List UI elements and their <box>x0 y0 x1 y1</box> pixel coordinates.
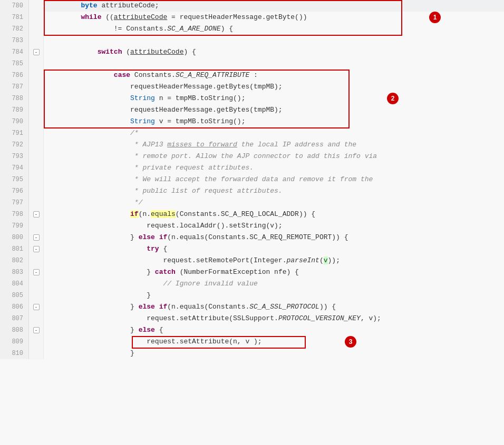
fold-icon[interactable]: - <box>33 304 40 310</box>
line-number: 785 <box>0 58 29 70</box>
gutter <box>29 348 44 359</box>
gutter <box>29 162 44 174</box>
gutter <box>29 185 44 197</box>
line-number: 790 <box>0 116 29 127</box>
badge-3: 3 <box>345 336 356 348</box>
code-content: request.localAddr().setString(v); <box>44 220 504 232</box>
code-content: requestHeaderMessage.getBytes(tmpMB); <box>44 104 504 116</box>
table-row: 790 String v = tmpMB.toString(); <box>0 116 504 127</box>
table-row: 789 requestHeaderMessage.getBytes(tmpMB)… <box>0 104 504 116</box>
table-row: 781 while ((attributeCode = requestHeade… <box>0 12 504 23</box>
code-content: // Ignore invalid value <box>44 278 504 290</box>
table-row: 799 request.localAddr().setString(v); <box>0 220 504 232</box>
code-content: byte attributeCode; <box>44 0 504 12</box>
gutter <box>29 290 44 301</box>
code-content: * remote port. Allow the AJP connector t… <box>44 151 504 162</box>
table-row: 803- } catch (NumberFormatException nfe)… <box>0 266 504 278</box>
line-number: 807 <box>0 313 29 324</box>
gutter <box>29 174 44 185</box>
code-content: != Constants.SC_A_ARE_DONE) { <box>44 23 504 35</box>
table-row: 783 <box>0 35 504 46</box>
line-number: 794 <box>0 162 29 174</box>
table-row: 805 } <box>0 290 504 301</box>
gutter <box>29 127 44 139</box>
gutter <box>29 151 44 162</box>
line-number: 783 <box>0 35 29 46</box>
table-row: 785 <box>0 58 504 70</box>
code-content: } else if(n.equals(Constants.SC_A_SSL_PR… <box>44 301 504 313</box>
gutter <box>29 35 44 46</box>
line-number: 789 <box>0 104 29 116</box>
code-content: request.setRemotePort(Integer.parseInt(v… <box>44 255 504 266</box>
fold-icon[interactable]: - <box>33 269 40 275</box>
gutter <box>29 278 44 290</box>
line-number: 810 <box>0 348 29 359</box>
table-row: 801- try { <box>0 243 504 255</box>
table-row: 780 byte attributeCode; <box>0 0 504 12</box>
fold-icon[interactable]: - <box>33 234 40 241</box>
code-content: * AJP13 misses to forward the local IP a… <box>44 139 504 151</box>
line-number: 793 <box>0 151 29 162</box>
line-number: 805 <box>0 290 29 301</box>
table-row: 795 * We will accept the forwarded data … <box>0 174 504 185</box>
line-number: 782 <box>0 23 29 35</box>
gutter <box>29 0 44 12</box>
gutter <box>29 23 44 35</box>
badge-2: 2 <box>387 93 399 104</box>
line-number: 791 <box>0 127 29 139</box>
code-content: if(n.equals(Constants.SC_A_REQ_LOCAL_ADD… <box>44 209 504 220</box>
table-row: 806- } else if(n.equals(Constants.SC_A_S… <box>0 301 504 313</box>
table-row: 792 * AJP13 misses to forward the local … <box>0 139 504 151</box>
code-editor: 780 byte attributeCode;781 while ((attri… <box>0 0 504 445</box>
code-content: /* <box>44 127 504 139</box>
code-content <box>44 35 504 46</box>
code-container: 780 byte attributeCode;781 while ((attri… <box>0 0 504 445</box>
gutter: - <box>29 266 44 278</box>
code-content: requestHeaderMessage.getBytes(tmpMB); <box>44 81 504 93</box>
gutter <box>29 116 44 127</box>
gutter: - <box>29 301 44 313</box>
code-content: } else { <box>44 324 504 336</box>
code-content: case Constants.SC_A_REQ_ATTRIBUTE : <box>44 70 504 81</box>
gutter <box>29 81 44 93</box>
gutter <box>29 70 44 81</box>
fold-icon[interactable]: - <box>33 49 40 55</box>
fold-icon[interactable]: - <box>33 246 40 252</box>
line-number: 795 <box>0 174 29 185</box>
gutter: - <box>29 243 44 255</box>
table-row: 788 String n = tmpMB.toString(); <box>0 93 504 104</box>
line-number: 784 <box>0 46 29 58</box>
line-number: 809 <box>0 336 29 348</box>
line-number: 804 <box>0 278 29 290</box>
gutter: - <box>29 232 44 243</box>
code-content: } else if(n.equals(Constants.SC_A_REQ_RE… <box>44 232 504 243</box>
table-row: 782 != Constants.SC_A_ARE_DONE) { <box>0 23 504 35</box>
code-content: String n = tmpMB.toString(); <box>44 93 504 104</box>
table-row: 796 * public list of request attributes. <box>0 185 504 197</box>
table-row: 804 // Ignore invalid value <box>0 278 504 290</box>
code-content: * We will accept the forwarded data and … <box>44 174 504 185</box>
line-number: 808 <box>0 324 29 336</box>
code-content: String v = tmpMB.toString(); <box>44 116 504 127</box>
code-content <box>44 58 504 70</box>
code-content: try { <box>44 243 504 255</box>
fold-icon[interactable]: - <box>33 327 40 333</box>
table-row: 786 case Constants.SC_A_REQ_ATTRIBUTE : <box>0 70 504 81</box>
line-number: 780 <box>0 0 29 12</box>
table-row: 797 */ <box>0 197 504 209</box>
table-row: 809 request.setAttribute(n, v ); <box>0 336 504 348</box>
line-number: 788 <box>0 93 29 104</box>
gutter <box>29 58 44 70</box>
table-row: 798- if(n.equals(Constants.SC_A_REQ_LOCA… <box>0 209 504 220</box>
code-content: } catch (NumberFormatException nfe) { <box>44 266 504 278</box>
code-content: switch (attributeCode) { <box>44 46 504 58</box>
line-number: 801 <box>0 243 29 255</box>
line-number: 806 <box>0 301 29 313</box>
fold-icon[interactable]: - <box>33 211 40 217</box>
line-number: 786 <box>0 70 29 81</box>
code-content: * private request attributes. <box>44 162 504 174</box>
table-row: 787 requestHeaderMessage.getBytes(tmpMB)… <box>0 81 504 93</box>
table-row: 808- } else { <box>0 324 504 336</box>
code-content: } <box>44 348 504 359</box>
line-number: 792 <box>0 139 29 151</box>
